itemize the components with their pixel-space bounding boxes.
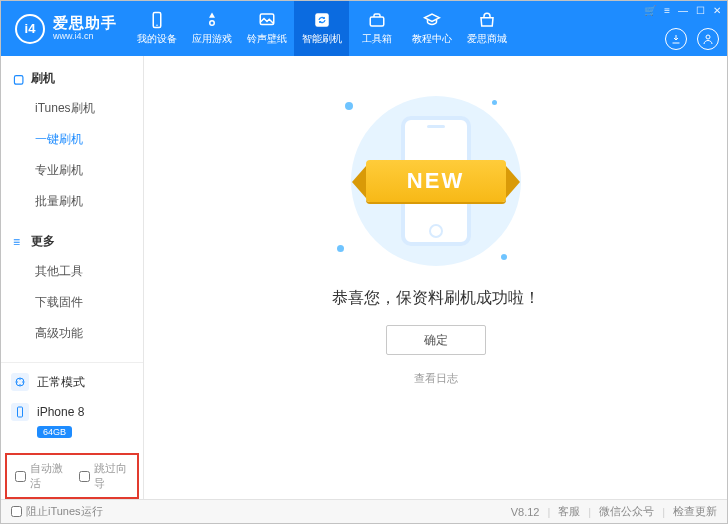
ok-button[interactable]: 确定	[386, 325, 486, 355]
new-ribbon: NEW	[366, 160, 506, 202]
storage-badge: 64GB	[37, 426, 72, 438]
download-button[interactable]	[665, 28, 687, 50]
sidebar-footer: 正常模式 iPhone 8 64GB	[1, 362, 143, 449]
options-highlight-box: 自动激活 跳过向导	[5, 453, 139, 499]
main-tabs: 我的设备 应用游戏 铃声壁纸 智能刷机 工具箱 教程中心	[129, 1, 514, 56]
tab-my-device[interactable]: 我的设备	[129, 1, 184, 56]
sidebar-item-pro-flash[interactable]: 专业刷机	[1, 155, 143, 186]
skip-wizard-checkbox[interactable]: 跳过向导	[79, 461, 129, 491]
mode-icon	[11, 373, 29, 391]
body: ▢ 刷机 iTunes刷机 一键刷机 专业刷机 批量刷机 ≡ 更多 其他工具 下…	[1, 56, 727, 499]
tab-tutorials[interactable]: 教程中心	[404, 1, 459, 56]
auto-activate-checkbox[interactable]: 自动激活	[15, 461, 65, 491]
skip-wizard-input[interactable]	[79, 471, 90, 482]
image-icon	[258, 11, 276, 29]
cart-icon[interactable]: 🛒	[644, 5, 656, 16]
tab-label: 我的设备	[137, 32, 177, 46]
sidebar-item-batch-flash[interactable]: 批量刷机	[1, 186, 143, 217]
svg-point-6	[706, 35, 710, 39]
maximize-button[interactable]: ☐	[696, 5, 705, 16]
sidebar-group-title: 刷机	[31, 70, 55, 87]
block-itunes-checkbox[interactable]: 阻止iTunes运行	[11, 504, 103, 519]
device-mode-label: 正常模式	[37, 374, 85, 391]
device-mode-row[interactable]: 正常模式	[11, 373, 133, 391]
support-link[interactable]: 客服	[558, 504, 580, 519]
sidebar-group-flash: ▢ 刷机	[1, 64, 143, 93]
more-icon: ≡	[13, 235, 25, 249]
svg-rect-7	[18, 407, 23, 417]
svg-point-2	[209, 21, 214, 26]
tab-label: 应用游戏	[192, 32, 232, 46]
logo-icon: i4	[15, 14, 45, 44]
tab-label: 工具箱	[362, 32, 392, 46]
sidebar-group-title: 更多	[31, 233, 55, 250]
tab-label: 爱思商城	[467, 32, 507, 46]
tab-label: 教程中心	[412, 32, 452, 46]
block-itunes-label: 阻止iTunes运行	[26, 504, 103, 519]
apps-icon	[203, 11, 221, 29]
sidebar-group-more: ≡ 更多	[1, 227, 143, 256]
success-message: 恭喜您，保资料刷机成功啦！	[332, 288, 540, 309]
svg-point-1	[156, 25, 158, 27]
check-update-link[interactable]: 检查更新	[673, 504, 717, 519]
minimize-button[interactable]: —	[678, 5, 688, 16]
status-bar: 阻止iTunes运行 V8.12 | 客服 | 微信公众号 | 检查更新	[1, 499, 727, 523]
main-content: NEW 恭喜您，保资料刷机成功啦！ 确定 查看日志	[144, 56, 727, 499]
success-illustration: NEW	[331, 96, 541, 266]
tab-ringtones-wallpapers[interactable]: 铃声壁纸	[239, 1, 294, 56]
toolbox-icon	[368, 11, 386, 29]
svg-rect-5	[370, 17, 384, 26]
tab-label: 智能刷机	[302, 32, 342, 46]
window-controls: 🛒 ≡ — ☐ ✕	[644, 5, 721, 16]
close-button[interactable]: ✕	[713, 5, 721, 16]
logo: i4 爱思助手 www.i4.cn	[1, 14, 129, 44]
view-log-link[interactable]: 查看日志	[414, 371, 458, 386]
sidebar-item-download-firmware[interactable]: 下载固件	[1, 287, 143, 318]
auto-activate-label: 自动激活	[30, 461, 65, 491]
wechat-link[interactable]: 微信公众号	[599, 504, 654, 519]
sidebar-item-other-tools[interactable]: 其他工具	[1, 256, 143, 287]
phone-icon	[11, 403, 29, 421]
refresh-icon	[313, 11, 331, 29]
device-icon: ▢	[13, 72, 25, 86]
title-bar: i4 爱思助手 www.i4.cn 我的设备 应用游戏 铃声壁纸 智能刷机	[1, 1, 727, 56]
version-label: V8.12	[511, 506, 540, 518]
sidebar-item-oneclick-flash[interactable]: 一键刷机	[1, 124, 143, 155]
device-name: iPhone 8	[37, 405, 84, 419]
tab-smart-flash[interactable]: 智能刷机	[294, 1, 349, 56]
menu-icon[interactable]: ≡	[664, 5, 670, 16]
sidebar-item-advanced[interactable]: 高级功能	[1, 318, 143, 349]
svg-rect-4	[315, 13, 329, 27]
app-url: www.i4.cn	[53, 32, 117, 42]
app-window: i4 爱思助手 www.i4.cn 我的设备 应用游戏 铃声壁纸 智能刷机	[0, 0, 728, 524]
skip-wizard-label: 跳过向导	[94, 461, 129, 491]
block-itunes-input[interactable]	[11, 506, 22, 517]
tab-toolbox[interactable]: 工具箱	[349, 1, 404, 56]
tab-apps-games[interactable]: 应用游戏	[184, 1, 239, 56]
user-button[interactable]	[697, 28, 719, 50]
sidebar: ▢ 刷机 iTunes刷机 一键刷机 专业刷机 批量刷机 ≡ 更多 其他工具 下…	[1, 56, 144, 499]
app-name: 爱思助手	[53, 15, 117, 32]
graduation-icon	[423, 11, 441, 29]
device-info[interactable]: iPhone 8 64GB	[11, 403, 133, 439]
tab-store[interactable]: 爱思商城	[459, 1, 514, 56]
tab-label: 铃声壁纸	[247, 32, 287, 46]
auto-activate-input[interactable]	[15, 471, 26, 482]
phone-icon	[148, 11, 166, 29]
header-actions	[665, 28, 719, 50]
store-icon	[478, 11, 496, 29]
sidebar-item-itunes-flash[interactable]: iTunes刷机	[1, 93, 143, 124]
